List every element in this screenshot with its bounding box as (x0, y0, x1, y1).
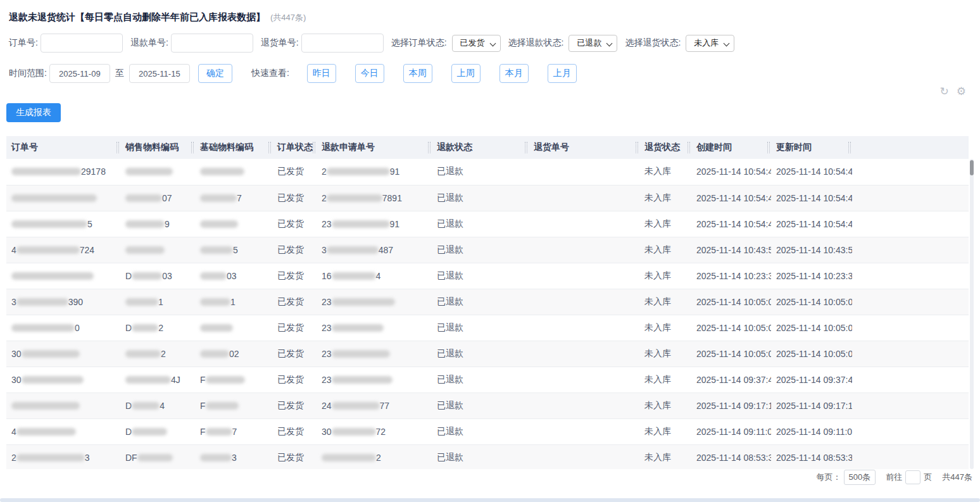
quick-last-month-button[interactable]: 上月 (548, 64, 577, 83)
column-resize-handle[interactable] (313, 142, 315, 153)
cell-refund_status: 已退款 (432, 263, 529, 289)
table-row[interactable]: 23DF3已发货2已退款未入库2025-11-14 08:53:302025-1… (6, 444, 969, 469)
column-header-updated: 更新时间 (771, 136, 852, 159)
column-resize-handle[interactable] (116, 142, 119, 153)
cell-return_status: 未入库 (639, 211, 691, 237)
cell-return_no (529, 367, 639, 392)
table-row[interactable]: D4F已发货2477已退款未入库2025-11-14 09:17:162025-… (6, 392, 969, 418)
cell-text: 4 (376, 271, 381, 281)
table-row[interactable]: 30202已发货23已退款未入库2025-11-14 10:05:072025-… (6, 341, 969, 367)
record-count-badge: (共447条) (270, 12, 306, 23)
redacted-text (332, 350, 390, 358)
cell-return_status: 未入库 (639, 315, 691, 341)
cell-base_code: 5 (195, 237, 272, 263)
order-status-label: 选择订单状态: (391, 37, 447, 49)
table-row[interactable]: 59已发货2391已退款未入库2025-11-14 10:54:422025-1… (6, 211, 969, 237)
cell-return_status: 未入库 (639, 185, 691, 211)
cell-text: 2 (376, 453, 381, 463)
cell-text: F (200, 375, 206, 385)
generate-report-button[interactable]: 生成报表 (6, 103, 61, 122)
cell-updated: 2025-11-14 10:05:07 (771, 315, 852, 341)
vertical-scrollbar-track[interactable] (970, 159, 974, 469)
table-row[interactable]: 304JF已发货23已退款未入库2025-11-14 09:37:402025-… (6, 367, 969, 392)
cell-sale_code: DF (120, 444, 195, 469)
return-status-select[interactable]: 未入库 (686, 35, 734, 52)
cell-created: 2025-11-14 09:11:06 (691, 418, 771, 444)
cell-created: 2025-11-14 10:54:42 (691, 159, 771, 185)
redacted-text (200, 454, 232, 461)
table-row[interactable]: 29178已发货291已退款未入库2025-11-14 10:54:422025… (6, 159, 969, 185)
redacted-text (200, 350, 229, 358)
per-page-value[interactable]: 500条 (844, 470, 876, 485)
quick-last-week-button[interactable]: 上周 (451, 64, 481, 83)
cell-order_status: 已发货 (272, 237, 317, 263)
cell-refund_status: 已退款 (432, 418, 529, 444)
refund-no-input[interactable] (171, 34, 253, 53)
redacted-text (206, 428, 232, 436)
table-row[interactable]: 077已发货27891已退款未入库2025-11-14 10:54:422025… (6, 185, 969, 211)
quick-this-month-button[interactable]: 本月 (499, 64, 529, 83)
table-row[interactable]: 47245已发货3487已退款未入库2025-11-14 10:43:53202… (6, 237, 969, 263)
order-no-input[interactable] (41, 34, 123, 53)
cell-text: 02 (229, 349, 239, 359)
cell-text: D (125, 401, 132, 411)
cell-updated: 2025-11-14 09:11:06 (771, 418, 852, 444)
return-no-input[interactable] (301, 34, 384, 53)
column-resize-handle[interactable] (191, 142, 194, 153)
cell-order_status: 已发货 (272, 263, 317, 289)
quick-today-button[interactable]: 今日 (355, 64, 384, 83)
column-resize-handle[interactable] (636, 142, 638, 153)
column-resize-handle[interactable] (848, 142, 851, 153)
cell-blank (852, 159, 969, 185)
quick-this-week-button[interactable]: 本周 (403, 64, 432, 83)
redacted-text (132, 272, 162, 280)
cell-blank (852, 367, 969, 392)
column-header-label: 销售物料编码 (125, 142, 179, 152)
redacted-text (200, 220, 238, 228)
start-date-input[interactable] (49, 64, 110, 83)
table-row[interactable]: D0303已发货164已退款未入库2025-11-14 10:23:362025… (6, 263, 969, 289)
column-header-apply_no: 退款申请单号 (317, 136, 432, 159)
confirm-button[interactable]: 确定 (198, 64, 232, 83)
column-resize-handle[interactable] (428, 142, 430, 153)
cell-sale_code (120, 159, 195, 185)
cell-text: 07 (162, 193, 172, 203)
cell-return_status: 未入库 (639, 392, 691, 418)
end-date-input[interactable] (129, 64, 190, 83)
cell-return_status: 未入库 (639, 263, 691, 289)
redacted-text (332, 272, 376, 280)
column-resize-handle[interactable] (268, 142, 271, 153)
quick-yesterday-button[interactable]: 昨日 (307, 64, 336, 83)
cell-sale_code: 1 (120, 289, 195, 315)
chevron-down-icon (724, 40, 730, 46)
table-row[interactable]: 4DF7已发货3072已退款未入库2025-11-14 09:11:062025… (6, 418, 969, 444)
column-resize-handle[interactable] (525, 142, 527, 153)
cell-blank (852, 211, 969, 237)
cell-return_status: 未入库 (639, 237, 691, 263)
order-status-select[interactable]: 已发货 (452, 35, 501, 52)
cell-order_status: 已发货 (272, 367, 317, 392)
cell-refund_status: 已退款 (432, 367, 529, 392)
horizontal-scrollbar[interactable] (0, 498, 980, 502)
vertical-scrollbar-thumb[interactable] (970, 160, 974, 175)
goto-page-input[interactable] (905, 470, 920, 484)
redacted-text (11, 220, 87, 228)
cell-text: 23 (322, 375, 332, 385)
cell-refund_status: 已退款 (432, 444, 529, 469)
redacted-text (206, 402, 239, 410)
cell-sale_code: D2 (120, 315, 195, 341)
cell-updated: 2025-11-14 09:37:40 (771, 367, 852, 392)
refund-status-value: 已退款 (577, 37, 601, 49)
generate-row: 生成报表 (6, 103, 974, 122)
column-resize-handle[interactable] (767, 142, 770, 153)
refresh-icon[interactable]: ↻ (940, 86, 949, 97)
column-resize-handle[interactable] (688, 142, 690, 153)
table-row[interactable]: 0D2已发货23已退款未入库2025-11-14 10:05:072025-11… (6, 315, 969, 341)
redacted-text (16, 298, 68, 306)
settings-gear-icon[interactable]: ⚙ (957, 86, 966, 97)
cell-created: 2025-11-14 10:05:07 (691, 315, 771, 341)
table-row[interactable]: 339011已发货23已退款未入库2025-11-14 10:05:072025… (6, 289, 969, 315)
refund-status-select[interactable]: 已退款 (569, 35, 617, 52)
cell-base_code: 1 (195, 289, 272, 315)
redacted-text (200, 298, 230, 306)
